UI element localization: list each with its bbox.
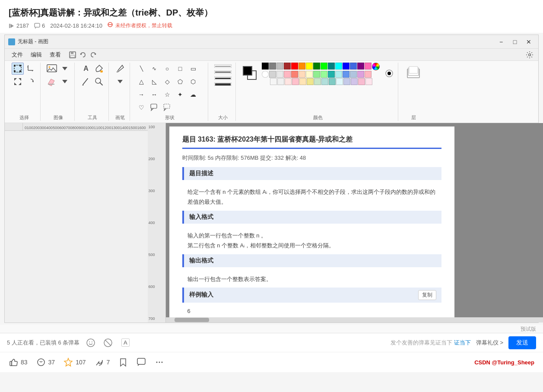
- color-rainbow[interactable]: [372, 63, 380, 70]
- emoji-button-1[interactable]: [85, 337, 97, 349]
- maximize-button[interactable]: □: [509, 38, 521, 46]
- save-icon[interactable]: [69, 51, 76, 59]
- canvas-hscrollbar[interactable]: [166, 317, 543, 322]
- pencil-tool[interactable]: [80, 76, 92, 88]
- color-lgray1[interactable]: [269, 71, 276, 78]
- color-green1[interactable]: [313, 63, 320, 70]
- canvas-hscrollbar-thumb[interactable]: [175, 318, 209, 322]
- size-btn-4[interactable]: [214, 82, 232, 86]
- color-lpurple[interactable]: [357, 71, 364, 78]
- erase-tool[interactable]: [46, 76, 58, 88]
- color-row3-8[interactable]: [321, 78, 328, 85]
- canvas-scroll-area[interactable]: 题目 3163: 蓝桥杯2023年第十四届省赛真题-异或和之差 时间限制: 5s…: [166, 123, 543, 322]
- color-gray2[interactable]: [276, 63, 283, 70]
- color-gray1[interactable]: [269, 63, 276, 70]
- send-button[interactable]: 发送: [508, 336, 536, 349]
- color-row3-9[interactable]: [329, 78, 336, 85]
- color-lgreen1[interactable]: [313, 71, 320, 78]
- color-row3-2[interactable]: [277, 78, 284, 85]
- line-tool[interactable]: ╲: [135, 63, 147, 75]
- cloud-tool[interactable]: ☁: [187, 89, 199, 101]
- color-blue2[interactable]: [350, 63, 357, 70]
- color-lcyan[interactable]: [335, 71, 342, 78]
- color-cyan[interactable]: [335, 63, 342, 70]
- image-sub-btn[interactable]: [59, 63, 71, 75]
- bookmark-button[interactable]: [118, 357, 128, 367]
- danmu-etiquette[interactable]: 弹幕礼仪 >: [476, 339, 503, 347]
- color-salmon[interactable]: [291, 71, 298, 78]
- close-button[interactable]: ✕: [523, 38, 535, 46]
- arrow-tool[interactable]: →: [135, 89, 147, 101]
- color-lgray2[interactable]: [276, 71, 283, 78]
- color-peach[interactable]: [298, 71, 305, 78]
- color-red1[interactable]: [284, 63, 291, 70]
- minimize-button[interactable]: −: [495, 38, 507, 46]
- star5-tool[interactable]: ✦: [174, 89, 186, 101]
- like-button[interactable]: 83: [9, 357, 28, 367]
- scale-tool[interactable]: [12, 76, 24, 88]
- callout-tool[interactable]: [148, 101, 160, 114]
- fg-color-swatch[interactable]: [243, 66, 252, 76]
- more-button[interactable]: [155, 357, 164, 367]
- color-orange[interactable]: [298, 63, 305, 70]
- color-lgreen2[interactable]: [321, 71, 327, 78]
- menu-file[interactable]: 文件: [8, 50, 26, 60]
- menu-edit[interactable]: 编辑: [27, 50, 45, 60]
- color-lteal[interactable]: [328, 71, 335, 78]
- copy-button[interactable]: 复制: [418, 290, 436, 300]
- color-row3-3[interactable]: [285, 78, 292, 85]
- comment-button[interactable]: [137, 357, 146, 367]
- rect-tool[interactable]: □: [174, 63, 186, 75]
- color-row3-1[interactable]: [270, 78, 277, 85]
- color-row3-5[interactable]: [299, 78, 306, 85]
- size-btn-2[interactable]: [214, 70, 232, 74]
- color-lred[interactable]: [284, 71, 291, 78]
- heart-tool[interactable]: ♡: [135, 101, 147, 114]
- rotate-tool[interactable]: [25, 76, 37, 88]
- layer-tool[interactable]: [403, 63, 423, 82]
- color-lblue2[interactable]: [350, 71, 357, 78]
- diamond-tool[interactable]: ◇: [161, 76, 173, 88]
- color-black[interactable]: [262, 63, 269, 70]
- forward-button[interactable]: 7: [95, 357, 110, 367]
- color-blue1[interactable]: [343, 63, 349, 70]
- settings-button[interactable]: [524, 50, 535, 60]
- rect2-tool[interactable]: ▭: [187, 63, 199, 75]
- image-tool[interactable]: [46, 63, 58, 75]
- brush-tool[interactable]: [114, 63, 126, 75]
- fill-tool[interactable]: [93, 63, 105, 75]
- emoji-button-2[interactable]: [102, 337, 114, 349]
- color-pink[interactable]: [365, 63, 372, 70]
- oval-tool[interactable]: ○: [161, 63, 173, 75]
- color-lpink[interactable]: [365, 71, 372, 78]
- select-tool[interactable]: [12, 63, 24, 75]
- magnify-tool[interactable]: [93, 76, 105, 88]
- color-row3-12[interactable]: [351, 78, 358, 85]
- brush-sub-btn[interactable]: [114, 76, 126, 88]
- tri-tool[interactable]: △: [135, 76, 147, 88]
- danmu-hint-link[interactable]: 证当下: [454, 339, 471, 346]
- color-row3-7[interactable]: [314, 78, 321, 85]
- color-green2[interactable]: [321, 63, 327, 70]
- color-teal[interactable]: [328, 63, 335, 70]
- menu-view[interactable]: 查看: [46, 50, 64, 60]
- dislike-button[interactable]: 37: [36, 357, 55, 367]
- text-tool[interactable]: A: [80, 63, 92, 75]
- erase-sub-btn[interactable]: [59, 76, 71, 88]
- redo-icon[interactable]: [89, 51, 97, 59]
- color-row3-4[interactable]: [292, 78, 299, 85]
- crop-tool[interactable]: [25, 63, 37, 75]
- callout2-tool[interactable]: [161, 101, 173, 114]
- star-button[interactable]: 107: [64, 357, 86, 367]
- hex-tool[interactable]: ⬡: [187, 76, 199, 88]
- dbl-arrow-tool[interactable]: ↔: [148, 89, 160, 101]
- color-row3-14[interactable]: [365, 78, 372, 85]
- color-lyellow[interactable]: [306, 71, 313, 78]
- color-row3-11[interactable]: [343, 78, 350, 85]
- color-red2[interactable]: [291, 63, 298, 70]
- color-row3-10[interactable]: [336, 78, 343, 85]
- size-btn-3[interactable]: [214, 76, 232, 80]
- undo-icon[interactable]: [79, 51, 87, 59]
- color-white[interactable]: [262, 71, 269, 78]
- size-btn-1[interactable]: [214, 64, 232, 68]
